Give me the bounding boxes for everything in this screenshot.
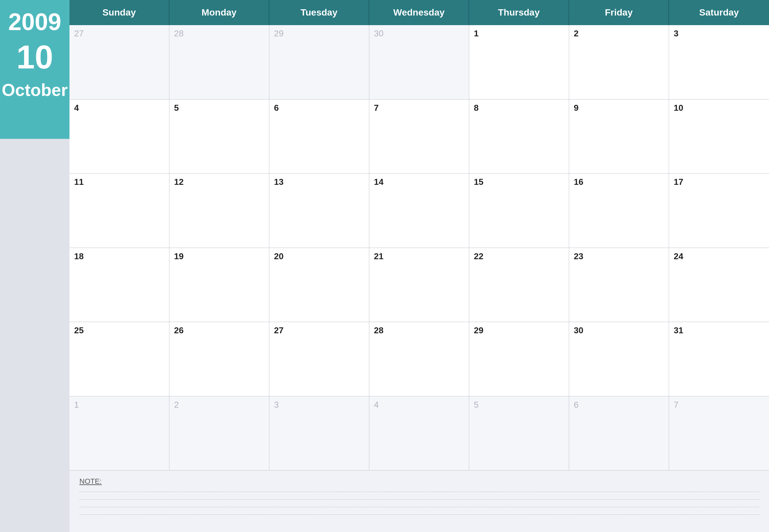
day-number: 5 bbox=[174, 103, 264, 113]
day-cell[interactable]: 17 bbox=[669, 174, 769, 248]
day-header-tuesday: Tuesday bbox=[269, 0, 369, 25]
note-line[interactable] bbox=[79, 492, 759, 492]
day-number: 18 bbox=[74, 251, 164, 262]
day-cell[interactable]: 27 bbox=[269, 322, 369, 396]
day-cell[interactable]: 4 bbox=[369, 396, 469, 471]
day-number: 22 bbox=[474, 251, 564, 262]
day-number: 6 bbox=[574, 400, 664, 410]
day-number: 19 bbox=[174, 251, 264, 262]
day-cell[interactable]: 28 bbox=[369, 322, 469, 396]
day-cell[interactable]: 29 bbox=[269, 25, 369, 99]
day-cell[interactable]: 10 bbox=[669, 100, 769, 174]
calendar-grid: SundayMondayTuesdayWednesdayThursdayFrid… bbox=[69, 0, 769, 470]
day-header-saturday: Saturday bbox=[669, 0, 769, 25]
day-number: 27 bbox=[74, 28, 164, 39]
day-cell[interactable]: 2 bbox=[169, 396, 269, 471]
day-number: 2 bbox=[574, 28, 664, 39]
day-number: 13 bbox=[274, 177, 364, 187]
day-cell[interactable]: 1 bbox=[69, 396, 169, 471]
day-cell[interactable]: 14 bbox=[369, 174, 469, 248]
day-number: 24 bbox=[674, 251, 764, 262]
day-number: 31 bbox=[674, 325, 764, 336]
day-number: 6 bbox=[274, 103, 364, 113]
day-number: 29 bbox=[274, 28, 364, 39]
day-cell[interactable]: 31 bbox=[669, 322, 769, 396]
day-cell[interactable]: 6 bbox=[269, 100, 369, 174]
month-name-label: October bbox=[2, 80, 67, 100]
day-cell[interactable]: 23 bbox=[569, 248, 669, 322]
day-cell[interactable]: 21 bbox=[369, 248, 469, 322]
day-header-monday: Monday bbox=[169, 0, 269, 25]
day-cell[interactable]: 1 bbox=[469, 25, 569, 99]
day-number: 10 bbox=[674, 103, 764, 113]
day-cell[interactable]: 30 bbox=[569, 322, 669, 396]
sidebar: 2009 10 October bbox=[0, 0, 69, 532]
day-headers-row: SundayMondayTuesdayWednesdayThursdayFrid… bbox=[69, 0, 769, 25]
note-line[interactable] bbox=[79, 507, 759, 507]
day-cell[interactable]: 7 bbox=[669, 396, 769, 471]
day-cell[interactable]: 12 bbox=[169, 174, 269, 248]
week-row-0: 27282930123 bbox=[69, 25, 769, 100]
day-cell[interactable]: 28 bbox=[169, 25, 269, 99]
day-number: 27 bbox=[274, 325, 364, 336]
day-number: 4 bbox=[74, 103, 164, 113]
day-number: 20 bbox=[274, 251, 364, 262]
day-cell[interactable]: 20 bbox=[269, 248, 369, 322]
week-row-2: 11121314151617 bbox=[69, 174, 769, 248]
day-header-thursday: Thursday bbox=[469, 0, 569, 25]
day-number: 12 bbox=[174, 177, 264, 187]
day-number: 17 bbox=[674, 177, 764, 187]
day-number: 28 bbox=[174, 28, 264, 39]
note-line[interactable] bbox=[79, 499, 759, 500]
day-header-sunday: Sunday bbox=[69, 0, 169, 25]
day-cell[interactable]: 18 bbox=[69, 248, 169, 322]
calendar-main: SundayMondayTuesdayWednesdayThursdayFrid… bbox=[69, 0, 769, 532]
day-number: 1 bbox=[74, 400, 164, 410]
day-cell[interactable]: 26 bbox=[169, 322, 269, 396]
day-number: 2 bbox=[174, 400, 264, 410]
day-cell[interactable]: 9 bbox=[569, 100, 669, 174]
week-row-3: 18192021222324 bbox=[69, 248, 769, 322]
day-number: 15 bbox=[474, 177, 564, 187]
day-number: 9 bbox=[574, 103, 664, 113]
note-line[interactable] bbox=[79, 514, 759, 515]
weeks-container: 2728293012345678910111213141516171819202… bbox=[69, 25, 769, 470]
day-number: 16 bbox=[574, 177, 664, 187]
day-number: 3 bbox=[674, 28, 764, 39]
day-cell[interactable]: 27 bbox=[69, 25, 169, 99]
day-cell[interactable]: 4 bbox=[69, 100, 169, 174]
week-row-5: 1234567 bbox=[69, 396, 769, 471]
day-number: 3 bbox=[274, 400, 364, 410]
day-cell[interactable]: 13 bbox=[269, 174, 369, 248]
week-row-1: 45678910 bbox=[69, 100, 769, 174]
day-cell[interactable]: 7 bbox=[369, 100, 469, 174]
day-cell[interactable]: 29 bbox=[469, 322, 569, 396]
day-cell[interactable]: 25 bbox=[69, 322, 169, 396]
day-cell[interactable]: 3 bbox=[269, 396, 369, 471]
day-cell[interactable]: 16 bbox=[569, 174, 669, 248]
day-cell[interactable]: 8 bbox=[469, 100, 569, 174]
day-cell[interactable]: 5 bbox=[469, 396, 569, 471]
day-header-friday: Friday bbox=[569, 0, 669, 25]
day-cell[interactable]: 6 bbox=[569, 396, 669, 471]
day-cell[interactable]: 15 bbox=[469, 174, 569, 248]
day-cell[interactable]: 3 bbox=[669, 25, 769, 99]
note-label: NOTE: bbox=[79, 477, 759, 486]
day-number: 11 bbox=[74, 177, 164, 187]
day-cell[interactable]: 22 bbox=[469, 248, 569, 322]
day-number: 7 bbox=[374, 103, 464, 113]
day-cell[interactable]: 11 bbox=[69, 174, 169, 248]
day-cell[interactable]: 19 bbox=[169, 248, 269, 322]
day-cell[interactable]: 2 bbox=[569, 25, 669, 99]
day-number: 14 bbox=[374, 177, 464, 187]
day-cell[interactable]: 24 bbox=[669, 248, 769, 322]
day-header-wednesday: Wednesday bbox=[369, 0, 469, 25]
day-number: 29 bbox=[474, 325, 564, 336]
week-row-4: 25262728293031 bbox=[69, 322, 769, 396]
day-cell[interactable]: 30 bbox=[369, 25, 469, 99]
day-cell[interactable]: 5 bbox=[169, 100, 269, 174]
notes-section: NOTE: bbox=[69, 470, 769, 532]
day-number: 23 bbox=[574, 251, 664, 262]
day-number: 1 bbox=[474, 28, 564, 39]
day-number: 30 bbox=[574, 325, 664, 336]
